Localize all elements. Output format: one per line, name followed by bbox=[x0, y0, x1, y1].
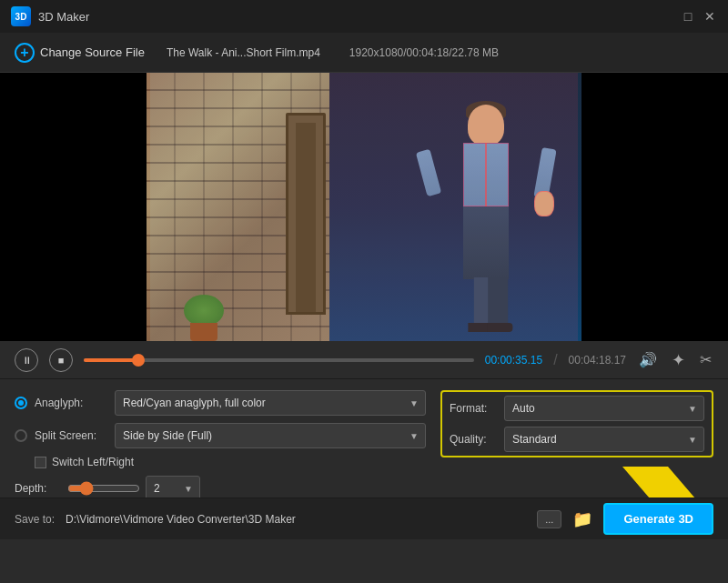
char-pants bbox=[463, 206, 509, 279]
split-screen-select-wrap: Side by Side (Full) ▼ bbox=[115, 423, 426, 448]
close-button[interactable]: ✕ bbox=[703, 9, 717, 24]
title-bar-controls: □ ✕ bbox=[681, 9, 717, 24]
bottom-bar: Save to: D:\Vidmore\Vidmore Video Conver… bbox=[0, 498, 728, 539]
switch-lr-checkbox[interactable] bbox=[35, 457, 46, 468]
plant-pot bbox=[190, 323, 217, 341]
left-letterbox bbox=[0, 73, 147, 341]
format-select[interactable]: Auto bbox=[504, 396, 704, 421]
plant-leaves bbox=[184, 295, 224, 327]
switch-lr-row: Switch Left/Right bbox=[15, 456, 426, 468]
quality-select-wrap: Standard ▼ bbox=[504, 427, 704, 452]
format-row: Format: Auto ▼ bbox=[450, 396, 704, 421]
anaglyph-select[interactable]: Red/Cyan anaglyph, full color bbox=[115, 390, 426, 416]
add-icon: + bbox=[15, 43, 35, 63]
folder-icon: 📁 bbox=[572, 510, 592, 528]
time-separator: / bbox=[553, 352, 557, 368]
quality-label: Quality: bbox=[450, 433, 497, 446]
folder-button[interactable]: 📁 bbox=[572, 509, 592, 529]
generate-3d-button[interactable]: Generate 3D bbox=[603, 503, 713, 535]
anaglyph-row: Anaglyph: Red/Cyan anaglyph, full color … bbox=[15, 390, 426, 416]
stop-button[interactable]: ■ bbox=[49, 348, 73, 372]
save-path: D:\Vidmore\Vidmore Video Converter\3D Ma… bbox=[66, 513, 526, 526]
right-letterbox bbox=[581, 73, 728, 341]
sparkle-button[interactable]: ✦ bbox=[670, 348, 687, 372]
format-select-wrap: Auto ▼ bbox=[504, 396, 704, 421]
split-screen-radio[interactable] bbox=[15, 429, 27, 442]
playback-bar: ⏸ ■ 00:00:35.15 / 00:04:18.17 🔊 ✦ ✂ bbox=[0, 341, 728, 379]
scissors-button[interactable]: ✂ bbox=[698, 349, 713, 370]
progress-thumb[interactable] bbox=[132, 354, 145, 367]
left-settings: Anaglyph: Red/Cyan anaglyph, full color … bbox=[15, 390, 426, 487]
scene bbox=[147, 73, 581, 341]
more-button[interactable]: ... bbox=[537, 510, 561, 528]
door-frame bbox=[286, 113, 326, 314]
anaglyph-radio[interactable] bbox=[15, 397, 27, 409]
anaglyph-select-wrap: Red/Cyan anaglyph, full color ▼ bbox=[115, 390, 426, 416]
pause-icon: ⏸ bbox=[22, 355, 32, 366]
progress-fill bbox=[84, 358, 138, 362]
char-shoe-right bbox=[487, 323, 512, 332]
depth-label: Depth: bbox=[15, 482, 60, 495]
app-icon: 3D bbox=[11, 6, 31, 26]
format-label: Format: bbox=[450, 402, 497, 415]
progress-bar[interactable] bbox=[84, 358, 474, 362]
file-meta: 1920x1080/00:04:18/22.78 MB bbox=[349, 46, 499, 59]
door-inner bbox=[296, 123, 316, 311]
change-source-button[interactable]: + Change Source File bbox=[15, 43, 145, 63]
maximize-button[interactable]: □ bbox=[681, 9, 695, 24]
pause-button[interactable]: ⏸ bbox=[15, 348, 38, 372]
file-name: The Walk - Ani...Short Film.mp4 bbox=[167, 46, 320, 59]
title-bar: 3D 3D Maker □ ✕ bbox=[0, 0, 728, 33]
scissors-icon: ✂ bbox=[700, 352, 712, 367]
plant bbox=[181, 296, 227, 341]
split-screen-label: Split Screen: bbox=[35, 429, 107, 442]
source-bar: + Change Source File The Walk - Ani...Sh… bbox=[0, 33, 728, 73]
split-screen-select[interactable]: Side by Side (Full) bbox=[115, 423, 426, 448]
char-hand-right bbox=[534, 191, 554, 216]
change-source-label: Change Source File bbox=[40, 45, 145, 59]
char-head bbox=[468, 105, 504, 146]
stop-icon: ■ bbox=[58, 355, 65, 366]
wall bbox=[147, 73, 329, 341]
quality-row: Quality: Standard ▼ bbox=[450, 427, 704, 452]
volume-icon: 🔊 bbox=[639, 352, 657, 367]
video-container bbox=[0, 73, 728, 341]
char-stripe bbox=[485, 143, 487, 206]
time-total: 00:04:18.17 bbox=[569, 354, 626, 367]
title-bar-title: 3D Maker bbox=[38, 10, 89, 24]
time-current: 00:00:35.15 bbox=[485, 354, 542, 367]
character bbox=[412, 105, 561, 341]
right-settings: Format: Auto ▼ Quality: Standard ▼ bbox=[440, 390, 713, 487]
format-quality-box: Format: Auto ▼ Quality: Standard ▼ bbox=[440, 390, 713, 457]
depth-slider[interactable] bbox=[67, 481, 140, 496]
save-to-label: Save to: bbox=[15, 513, 55, 526]
settings-panel: Anaglyph: Red/Cyan anaglyph, full color … bbox=[0, 379, 728, 498]
split-screen-row: Split Screen: Side by Side (Full) ▼ bbox=[15, 423, 426, 448]
anaglyph-label: Anaglyph: bbox=[35, 397, 107, 409]
quality-select[interactable]: Standard bbox=[504, 427, 704, 452]
title-bar-left: 3D 3D Maker bbox=[11, 6, 89, 26]
video-preview bbox=[147, 73, 581, 341]
sparkle-icon: ✦ bbox=[672, 351, 685, 369]
char-arm-left bbox=[415, 149, 440, 196]
switch-lr-label: Switch Left/Right bbox=[52, 456, 134, 468]
volume-button[interactable]: 🔊 bbox=[637, 349, 659, 370]
char-leg-right bbox=[488, 277, 508, 327]
